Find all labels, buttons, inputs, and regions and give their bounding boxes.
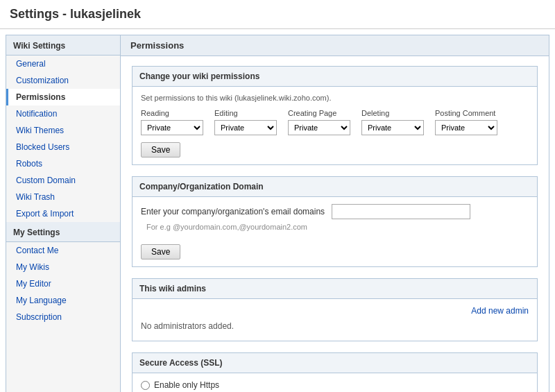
permissions-section: Change your wiki permissions Set permiss… <box>132 66 538 165</box>
permission-col-select-4[interactable]: PrivatePublic <box>435 120 497 135</box>
admins-section-body: Add new admin No administrators added. <box>133 299 537 341</box>
permissions-note: Set permissions to this wiki (lukasjelin… <box>141 94 529 102</box>
sidebar-item-permissions[interactable]: Permissions <box>6 89 120 105</box>
ssl-option-label-0: Enable only Https <box>154 380 219 390</box>
permission-col-3: DeletingPrivatePublic <box>361 109 424 135</box>
company-domain-section-title: Company/Organization Domain <box>133 177 537 197</box>
sidebar-item-my-language[interactable]: My Language <box>6 292 120 309</box>
page-title: Settings - lukasjelinek <box>0 0 555 29</box>
sidebar-item-my-wikis[interactable]: My Wikis <box>6 259 120 275</box>
permission-col-select-2[interactable]: PrivatePublic <box>288 120 350 135</box>
permissions-section-title: Change your wiki permissions <box>133 67 537 87</box>
sidebar-item-blocked-users[interactable]: Blocked Users <box>6 139 120 155</box>
company-domain-save-button[interactable]: Save <box>141 244 180 259</box>
permission-col-label-4: Posting Comment <box>435 109 497 117</box>
permission-col-label-3: Deleting <box>361 109 424 117</box>
sidebar-item-notification[interactable]: Notification <box>6 105 120 122</box>
sidebar-item-wiki-themes[interactable]: Wiki Themes <box>6 122 120 139</box>
company-domain-row: Enter your company/organization's email … <box>141 204 529 219</box>
permissions-save-button[interactable]: Save <box>141 142 180 157</box>
permission-col-label-2: Creating Page <box>288 109 350 117</box>
company-domain-input[interactable] <box>332 204 470 219</box>
permission-col-0: ReadingPrivatePublic <box>141 109 203 135</box>
permission-col-select-3[interactable]: PrivatePublic <box>361 120 424 135</box>
my-sidebar-items: Contact MeMy WikisMy EditorMy LanguageSu… <box>6 242 120 325</box>
ssl-radio-group: Enable only HttpsEnable Both Http and Ht… <box>141 380 529 392</box>
admins-header-row: Add new admin <box>141 306 529 316</box>
ssl-section: Secure Access (SSL) Enable only HttpsEna… <box>132 352 538 392</box>
admins-section-title: This wiki admins <box>133 279 537 299</box>
permission-col-2: Creating PagePrivatePublic <box>288 109 350 135</box>
ssl-option-row-0: Enable only Https <box>141 380 529 390</box>
sidebar-item-general[interactable]: General <box>6 56 120 72</box>
content-area: Permissions Change your wiki permissions… <box>121 35 549 392</box>
ssl-section-title: Secure Access (SSL) <box>133 353 537 373</box>
ssl-section-body: Enable only HttpsEnable Both Http and Ht… <box>133 373 537 392</box>
company-domain-hint: For e.g @yourdomain.com,@yourdomain2.com <box>146 223 307 231</box>
admins-section: This wiki admins Add new admin No admini… <box>132 278 538 341</box>
permission-col-4: Posting CommentPrivatePublic <box>435 109 497 135</box>
sidebar-item-custom-domain[interactable]: Custom Domain <box>6 172 120 189</box>
sidebar-item-my-editor[interactable]: My Editor <box>6 275 120 292</box>
permissions-section-body: Set permissions to this wiki (lukasjelin… <box>133 87 537 164</box>
content-header: Permissions <box>121 35 549 56</box>
permission-col-label-1: Editing <box>214 109 277 117</box>
add-new-admin-link[interactable]: Add new admin <box>471 306 529 316</box>
permission-col-label-0: Reading <box>141 109 203 117</box>
sidebar-item-export-import[interactable]: Export & Import <box>6 205 120 222</box>
sidebar-item-contact-me[interactable]: Contact Me <box>6 242 120 259</box>
permission-col-select-0[interactable]: PrivatePublic <box>141 120 203 135</box>
my-settings-section: My Settings <box>6 222 120 242</box>
ssl-radio-https-only[interactable] <box>141 381 150 390</box>
permission-col-select-1[interactable]: PrivatePublic <box>214 120 277 135</box>
permissions-grid: ReadingPrivatePublicEditingPrivatePublic… <box>141 109 529 135</box>
permission-col-1: EditingPrivatePublic <box>214 109 277 135</box>
sidebar-item-wiki-trash[interactable]: Wiki Trash <box>6 189 120 205</box>
sidebar-item-robots[interactable]: Robots <box>6 155 120 172</box>
wiki-sidebar-items: GeneralCustomizationPermissionsNotificat… <box>6 56 120 222</box>
no-admins-text: No administrators added. <box>141 318 529 334</box>
sidebar-item-customization[interactable]: Customization <box>6 72 120 89</box>
company-domain-section: Company/Organization Domain Enter your c… <box>132 176 538 267</box>
sidebar: Wiki Settings GeneralCustomizationPermis… <box>6 35 121 392</box>
company-domain-label: Enter your company/organization's email … <box>141 207 325 216</box>
company-domain-section-body: Enter your company/organization's email … <box>133 197 537 266</box>
content-body: Change your wiki permissions Set permiss… <box>121 56 549 392</box>
sidebar-item-subscription[interactable]: Subscription <box>6 309 120 325</box>
wiki-settings-section: Wiki Settings <box>6 35 120 56</box>
